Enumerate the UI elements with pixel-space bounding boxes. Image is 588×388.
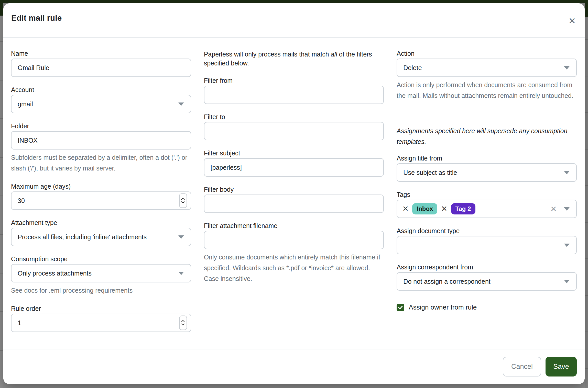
chevron-down-icon <box>564 207 570 211</box>
assign-document-type-label: Assign document type <box>397 227 577 234</box>
close-icon[interactable]: ✕ <box>566 15 578 27</box>
dialog-footer: Cancel Save <box>3 349 585 384</box>
attachment-type-label: Attachment type <box>11 219 191 226</box>
filters-intro-text: Paperless will only process mails that m… <box>204 50 380 68</box>
dialog-header: Edit mail rule ✕ <box>3 3 585 38</box>
assign-title-from-select-value: Use subject as title <box>403 169 457 176</box>
tag-badge-inbox: Inbox <box>412 203 437 214</box>
number-stepper[interactable] <box>179 316 187 330</box>
general-column: Name Account gmail Folder Subfolders mus… <box>11 50 191 349</box>
filter-attachment-filename-input[interactable] <box>204 231 384 249</box>
rule-order-group: Rule order <box>11 305 191 332</box>
tags-label: Tags <box>397 191 577 198</box>
tags-multiselect[interactable]: ✕ Inbox ✕ Tag 2 ✕ <box>397 200 577 218</box>
clear-tags-icon[interactable]: ✕ <box>550 204 557 213</box>
consumption-scope-select[interactable]: Only process attachments <box>11 264 191 282</box>
assign-document-type-group: Assign document type <box>397 227 577 254</box>
folder-group: Folder Subfolders must be separated by a… <box>11 122 191 174</box>
maximum-age-field <box>11 191 191 210</box>
stepper-down-icon <box>181 324 185 326</box>
filter-body-input[interactable] <box>204 195 384 213</box>
assign-owner-label: Assign owner from rule <box>409 303 477 311</box>
account-group: Account gmail <box>11 86 191 113</box>
chevron-down-icon <box>178 102 184 106</box>
filter-subject-label: Filter subject <box>204 150 384 157</box>
assign-correspondent-from-label: Assign correspondent from <box>397 264 577 271</box>
save-button[interactable]: Save <box>546 357 577 376</box>
consumption-scope-label: Consumption scope <box>11 255 191 263</box>
rule-order-field <box>11 314 191 332</box>
filter-attachment-filename-label: Filter attachment filename <box>204 222 384 229</box>
maximum-age-group: Maximum age (days) <box>11 183 191 210</box>
background-page-right-edge <box>585 3 588 388</box>
action-select-value: Delete <box>403 64 422 72</box>
filter-attachment-filename-help-text: Only consume documents which entirely ma… <box>204 252 384 284</box>
assign-owner-checkbox[interactable] <box>397 304 404 311</box>
maximum-age-input[interactable] <box>12 192 191 209</box>
filter-from-input[interactable] <box>204 86 384 104</box>
background-navbar <box>0 0 588 3</box>
folder-help-text: Subfolders must be separated by a delimi… <box>11 152 191 174</box>
tag-badge-tag2: Tag 2 <box>451 203 475 214</box>
chevron-down-icon <box>178 272 184 275</box>
action-label: Action <box>397 50 577 57</box>
filters-intro-emphasis: all <box>331 51 337 58</box>
filter-to-input[interactable] <box>204 122 384 140</box>
cancel-button[interactable]: Cancel <box>503 357 541 376</box>
filter-subject-group: Filter subject <box>204 150 384 177</box>
account-select-value: gmail <box>18 100 33 108</box>
filter-to-label: Filter to <box>204 113 384 120</box>
filter-body-label: Filter body <box>204 186 384 193</box>
action-help-text: Action is only performed when documents … <box>397 79 577 101</box>
action-select[interactable]: Delete <box>397 59 577 77</box>
name-group: Name <box>11 50 191 77</box>
consumption-scope-group: Consumption scope Only process attachmen… <box>11 255 191 296</box>
attachment-type-select-value: Process all files, including 'inline' at… <box>18 233 147 241</box>
name-label: Name <box>11 50 191 57</box>
attachment-type-group: Attachment type Process all files, inclu… <box>11 219 191 246</box>
rule-order-label: Rule order <box>11 305 191 312</box>
attachment-type-select[interactable]: Process all files, including 'inline' at… <box>11 228 191 246</box>
filter-to-group: Filter to <box>204 113 384 140</box>
remove-tag-icon[interactable]: ✕ <box>441 205 447 213</box>
maximum-age-label: Maximum age (days) <box>11 183 191 190</box>
action-column: Action Delete Action is only performed w… <box>397 50 577 349</box>
dialog-title: Edit mail rule <box>11 14 62 23</box>
chevron-down-icon <box>564 171 570 174</box>
action-group: Action Delete Action is only performed w… <box>397 50 577 101</box>
filter-from-group: Filter from <box>204 77 384 104</box>
assign-correspondent-from-select[interactable]: Do not assign a correspondent <box>397 272 577 291</box>
assign-owner-row: Assign owner from rule <box>397 303 577 311</box>
rule-order-input[interactable] <box>12 314 191 332</box>
edit-mail-rule-dialog: Edit mail rule ✕ Name Account gmail Fold… <box>3 3 585 384</box>
filter-from-label: Filter from <box>204 77 384 84</box>
chevron-down-icon <box>178 235 184 239</box>
chevron-down-icon <box>564 66 570 70</box>
consumption-scope-help-text: See docs for .eml processing requirement… <box>11 285 191 296</box>
assign-title-from-select[interactable]: Use subject as title <box>397 163 577 182</box>
assign-correspondent-from-select-value: Do not assign a correspondent <box>403 278 491 285</box>
stepper-down-icon <box>181 201 185 203</box>
background-page-left-edge <box>0 3 3 388</box>
checkmark-icon <box>398 306 403 309</box>
assign-document-type-select[interactable] <box>397 236 577 254</box>
filters-column: Paperless will only process mails that m… <box>204 50 384 349</box>
filter-subject-input[interactable] <box>204 158 384 177</box>
stepper-up-icon <box>181 198 185 200</box>
account-select[interactable]: gmail <box>11 95 191 113</box>
number-stepper[interactable] <box>179 193 187 208</box>
name-input[interactable] <box>11 59 191 77</box>
chevron-down-icon <box>564 280 570 283</box>
account-label: Account <box>11 86 191 93</box>
assignments-note-text: Assignments specified here will supersed… <box>397 125 576 147</box>
folder-label: Folder <box>11 122 191 130</box>
stepper-up-icon <box>181 320 185 322</box>
filter-body-group: Filter body <box>204 186 384 213</box>
filter-attachment-filename-group: Filter attachment filename Only consume … <box>204 222 384 284</box>
remove-tag-icon[interactable]: ✕ <box>402 205 409 213</box>
folder-input[interactable] <box>11 131 191 150</box>
assign-title-from-label: Assign title from <box>397 155 577 162</box>
dialog-body: Name Account gmail Folder Subfolders mus… <box>3 38 585 349</box>
tags-group: Tags ✕ Inbox ✕ Tag 2 ✕ <box>397 191 577 218</box>
assign-correspondent-from-group: Assign correspondent from Do not assign … <box>397 264 577 291</box>
